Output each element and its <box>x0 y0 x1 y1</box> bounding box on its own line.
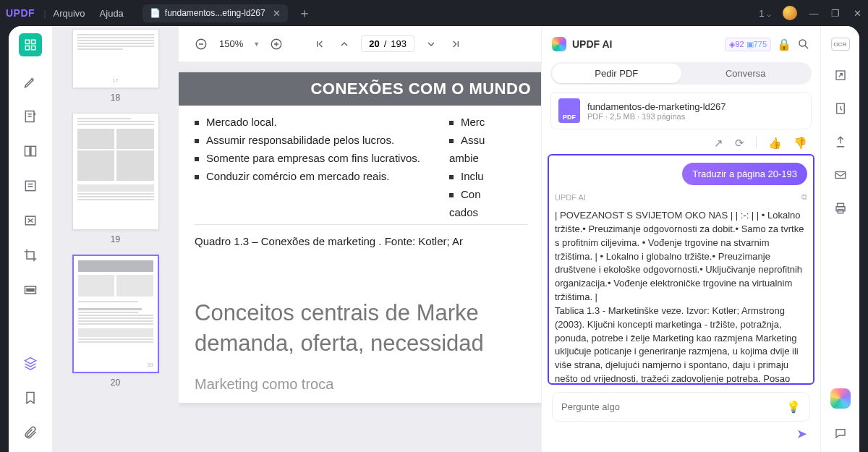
page: CONEXÕES COM O MUNDO Mercado local.Merc … <box>179 72 544 403</box>
close-window-icon[interactable]: ✕ <box>852 8 862 18</box>
svg-rect-2 <box>25 46 29 50</box>
refresh-icon[interactable]: ⟳ <box>735 137 744 150</box>
tab-chat[interactable]: Conversa <box>681 64 811 83</box>
last-page-icon[interactable] <box>448 36 464 52</box>
ai-input-box[interactable]: 💡 <box>552 392 810 422</box>
suggestions-icon[interactable]: 💡 <box>786 400 801 414</box>
ai-title: UPDF AI <box>572 38 719 50</box>
user-message: Traduzir a página 20-193 <box>682 163 807 185</box>
svg-rect-3 <box>32 46 35 50</box>
document-view[interactable]: CONEXÕES COM O MUNDO Mercado local.Merc … <box>179 62 544 452</box>
divider: | <box>43 8 46 19</box>
comment-icon[interactable] <box>832 425 849 442</box>
thumbnail[interactable]: 17 <box>72 29 159 88</box>
document-tab[interactable]: 📄 fundamentos...eting-ld267 ✕ <box>142 4 288 22</box>
ai-message-actions: ↗ ⟳ 👍 👎 <box>542 135 820 154</box>
zoom-dropdown-icon[interactable]: ▼ <box>253 40 260 48</box>
zoom-out-icon[interactable] <box>193 36 209 52</box>
svg-rect-10 <box>27 289 34 291</box>
right-rail: OCR <box>820 26 859 452</box>
left-rail <box>9 26 52 452</box>
ai-input-area: 💡 ➤ <box>542 385 820 452</box>
thumbs-down-icon[interactable]: 👎 <box>793 137 807 150</box>
subsection-heading: Marketing como troca <box>195 376 528 393</box>
menu-help[interactable]: Ajuda <box>100 8 124 19</box>
svg-point-13 <box>799 40 806 46</box>
form-icon[interactable] <box>21 176 40 195</box>
current-page: 20 <box>369 38 379 49</box>
svg-rect-16 <box>835 172 846 179</box>
ai-file-name: fundamentos-de-marketing-ld267 <box>587 101 726 112</box>
copy-icon[interactable]: ⧉ <box>801 192 807 202</box>
crop-icon[interactable] <box>21 246 40 265</box>
thumbnails-icon[interactable] <box>19 33 42 56</box>
ai-logo-icon <box>552 37 566 51</box>
convert-icon[interactable] <box>832 100 849 117</box>
section-heading: Conceitos centrais de Marke demanda, ofe… <box>195 298 528 359</box>
layers-icon[interactable] <box>21 354 40 372</box>
close-icon[interactable]: ✕ <box>273 8 281 19</box>
minimize-icon[interactable]: — <box>809 8 819 18</box>
ai-button[interactable] <box>830 388 851 409</box>
thumbnail-page-number: 19 <box>52 234 179 244</box>
search-icon[interactable] <box>797 38 810 51</box>
attachment-icon[interactable] <box>21 423 40 442</box>
tab-doc-icon: 📄 <box>150 8 161 18</box>
svg-rect-6 <box>31 146 36 155</box>
maximize-icon[interactable]: ❐ <box>830 8 841 18</box>
ai-file-meta: PDF · 2,5 MB · 193 páginas <box>587 112 726 121</box>
svg-rect-5 <box>25 146 30 155</box>
zoom-value[interactable]: 150% <box>219 38 243 49</box>
figure-caption: Quadro 1.3 – Conexões de marketing . Fon… <box>195 235 528 247</box>
thumbnail-page-number: 20 <box>52 378 179 388</box>
thumbnail[interactable] <box>72 113 159 230</box>
ai-input-field[interactable] <box>561 401 779 412</box>
email-icon[interactable] <box>832 166 849 184</box>
window-count[interactable]: 1 ⌵ <box>759 8 771 19</box>
thumbnail-selected[interactable]: 20 <box>72 255 159 373</box>
svg-rect-0 <box>25 40 29 43</box>
titlebar: UPDF | Arquivo Ajuda 📄 fundamentos...eti… <box>0 0 868 26</box>
thumbnail-panel: 17 18 19 <box>52 26 179 452</box>
credits-badge[interactable]: ◈92 ▣775 <box>725 38 771 51</box>
lock-icon[interactable]: 🔒 <box>777 38 791 51</box>
share-icon[interactable] <box>832 133 849 150</box>
svg-rect-7 <box>25 181 35 190</box>
new-tab-button[interactable]: ＋ <box>298 4 311 22</box>
tab-ask-pdf[interactable]: Pedir PDF <box>552 64 681 83</box>
thumbs-up-icon[interactable]: 👍 <box>768 137 782 150</box>
edit-icon[interactable] <box>21 72 40 91</box>
open-external-icon[interactable]: ↗ <box>714 137 723 150</box>
app-logo: UPDF <box>6 7 35 19</box>
ai-response-label: UPDF AI ⧉ <box>555 192 807 202</box>
ocr-icon[interactable]: OCR <box>831 38 850 51</box>
pdf-icon: PDF <box>558 98 580 123</box>
bookmark-icon[interactable] <box>21 388 40 407</box>
redact-icon[interactable] <box>21 281 40 299</box>
thumbnail-page-number: 18 <box>52 93 179 103</box>
page-section-header: CONEXÕES COM O MUNDO <box>179 72 544 106</box>
next-page-icon[interactable] <box>423 36 439 52</box>
total-pages: 193 <box>391 38 407 49</box>
ai-header: UPDF AI ◈92 ▣775 🔒 <box>542 26 820 62</box>
ai-panel: UPDF AI ◈92 ▣775 🔒 Pedir PDF Conversa PD… <box>541 26 820 452</box>
avatar[interactable] <box>783 6 797 20</box>
send-button[interactable]: ➤ <box>552 422 810 442</box>
page-indicator[interactable]: 20 / 193 <box>361 35 414 52</box>
annotate-icon[interactable] <box>21 107 40 126</box>
pages-icon[interactable] <box>21 142 40 161</box>
zoom-in-icon[interactable] <box>268 36 284 52</box>
main-area: 17 18 19 <box>9 26 859 452</box>
tab-title: fundamentos...eting-ld267 <box>165 8 265 18</box>
prev-page-icon[interactable] <box>336 36 352 52</box>
print-icon[interactable] <box>832 200 849 217</box>
first-page-icon[interactable] <box>312 36 328 52</box>
svg-rect-1 <box>32 40 35 43</box>
compress-icon[interactable] <box>21 211 40 230</box>
ai-chat-area: Traduzir a página 20-193 UPDF AI ⧉ | POV… <box>548 154 814 385</box>
ai-file-card[interactable]: PDF fundamentos-de-marketing-ld267 PDF ·… <box>550 92 812 129</box>
menu-file[interactable]: Arquivo <box>54 8 85 19</box>
ai-tabs: Pedir PDF Conversa <box>550 62 812 85</box>
ai-response: | POVEZANOST S SVIJETOM OKO NAS | | :-: … <box>555 209 807 385</box>
export-icon[interactable] <box>832 67 849 84</box>
